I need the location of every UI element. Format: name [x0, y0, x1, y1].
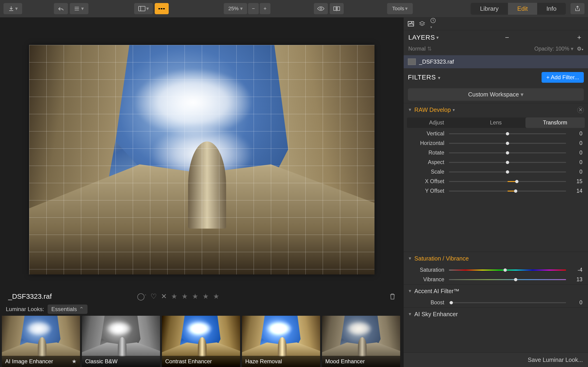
looks-category-dropdown[interactable]: Essentials⌃ [48, 305, 87, 314]
top-toolbar: ▾ ▾ ▾ 25%▾ − + Tools▾ Library Edit Info [0, 0, 588, 17]
raw-develop-section: ▼RAW Develop▾ ✕ Adjust Lens Transform Ve… [404, 103, 588, 252]
histogram-tab-icon[interactable] [408, 21, 414, 26]
raw-slider-aspect[interactable]: Aspect0 [404, 158, 588, 167]
star-3[interactable]: ★ [192, 292, 198, 300]
raw-slider-rotate[interactable]: Rotate0 [404, 148, 588, 158]
mode-tabs: Library Edit Info [471, 3, 566, 15]
library-tab[interactable]: Library [471, 3, 508, 15]
favorite-button[interactable]: ♡ [150, 292, 157, 300]
share-button[interactable] [571, 3, 585, 14]
preset-classic-bw[interactable]: Classic B&W [82, 316, 160, 367]
delete-button[interactable] [389, 293, 396, 300]
color-tag-button[interactable]: ◯ˆ [137, 292, 146, 300]
history-button[interactable]: ▾ [70, 3, 88, 14]
adjust-tab[interactable]: Adjust [407, 117, 466, 128]
layer-name: _DSF3323.raf [419, 58, 454, 65]
preset-haze-removal[interactable]: Haze Removal [242, 316, 320, 367]
raw-slider-horizontal[interactable]: Horizontal0 [404, 138, 588, 148]
lens-tab[interactable]: Lens [466, 117, 526, 128]
remove-raw-filter-button[interactable]: ✕ [577, 107, 584, 113]
filmstrip-toggle-button[interactable] [155, 3, 169, 14]
image-preview[interactable] [29, 45, 374, 275]
canvas-area: _DSF3323.raf ◯ˆ ♡ ✕ ★ ★ ★ ★ ★ Luminar Lo… [0, 17, 404, 367]
boost-slider[interactable]: Boost 0 [404, 298, 588, 307]
svg-rect-6 [161, 8, 162, 9]
sidebar-toggle-button[interactable]: ▾ [134, 3, 153, 14]
looks-label: Luminar Looks: [6, 306, 44, 312]
star-2[interactable]: ★ [182, 292, 188, 300]
transform-tab[interactable]: Transform [526, 117, 585, 128]
layer-item[interactable]: _DSF3323.raf [404, 55, 588, 68]
saturation-slider[interactable]: Saturation-4 [404, 265, 588, 275]
layers-tab-icon[interactable] [419, 21, 425, 26]
raw-slider-y-offset[interactable]: Y Offset14 [404, 186, 588, 196]
svg-rect-1 [75, 8, 79, 9]
edit-tab[interactable]: Edit [508, 3, 537, 15]
layer-thumbnail [408, 58, 416, 65]
zoom-level-button[interactable]: 25%▾ [224, 3, 247, 14]
satvib-header[interactable]: ▼Saturation / Vibrance [404, 252, 588, 265]
raw-develop-header[interactable]: ▼RAW Develop▾ ✕ [404, 103, 588, 117]
zoom-out-button[interactable]: − [248, 3, 259, 14]
canvas-viewport[interactable] [0, 17, 404, 288]
svg-rect-9 [334, 7, 336, 10]
add-filter-button[interactable]: + Add Filter... [542, 72, 584, 83]
svg-rect-10 [337, 7, 340, 10]
zoom-in-button[interactable]: + [260, 3, 270, 14]
save-look-button[interactable]: Save Luminar Look... [404, 352, 588, 367]
saturation-vibrance-section: ▼Saturation / Vibrance Saturation-4Vibra… [404, 252, 588, 284]
raw-slider-scale[interactable]: Scale0 [404, 167, 588, 177]
opacity-value[interactable]: 100% [556, 46, 569, 52]
blend-mode-dropdown[interactable]: Normal ⇅ [408, 46, 432, 52]
raw-slider-x-offset[interactable]: X Offset15 [404, 177, 588, 186]
favorite-preset-icon[interactable]: ★ [72, 358, 77, 365]
export-button[interactable]: ▾ [3, 3, 22, 14]
layer-gear-icon[interactable]: ⚙▾ [577, 46, 583, 52]
image-info-bar: _DSF3323.raf ◯ˆ ♡ ✕ ★ ★ ★ ★ ★ [0, 288, 404, 303]
preview-button[interactable] [314, 3, 328, 14]
accent-ai-section: ▼Accent AI Filter™ Boost 0 [404, 284, 588, 307]
svg-point-8 [320, 8, 322, 9]
accent-ai-header[interactable]: ▼Accent AI Filter™ [404, 284, 588, 298]
filename-label: _DSF3323.raf [8, 292, 52, 300]
compare-button[interactable] [330, 3, 344, 14]
layer-blend-row: Normal ⇅ Opacity: 100% ▾ ⚙▾ [404, 45, 588, 55]
preset-mood-enhancer[interactable]: Mood Enhancer [322, 316, 400, 367]
star-4[interactable]: ★ [203, 292, 209, 300]
tools-menu-button[interactable]: Tools▾ [387, 3, 413, 14]
workspace-dropdown[interactable]: Custom Workspace ▾ [408, 88, 584, 101]
zoom-group: 25%▾ − + [224, 3, 270, 14]
history-tab-icon[interactable]: ▾ [430, 18, 436, 30]
svg-rect-0 [75, 7, 79, 8]
vibrance-slider[interactable]: Vibrance13 [404, 275, 588, 284]
collapse-layers-button[interactable]: − [503, 33, 511, 42]
presets-strip: AI Image Enhancer★ Classic B&W Contrast … [0, 314, 404, 367]
svg-rect-2 [75, 10, 79, 10]
add-layer-button[interactable]: + [575, 33, 583, 42]
filters-panel-title[interactable]: FILTERS ▾ [408, 74, 441, 81]
preset-ai-image-enhancer[interactable]: AI Image Enhancer★ [2, 316, 80, 367]
raw-subtabs: Adjust Lens Transform [407, 117, 585, 128]
ai-sky-section: ▼AI Sky Enhancer [404, 307, 588, 321]
ai-sky-header[interactable]: ▼AI Sky Enhancer [404, 308, 588, 321]
raw-slider-vertical[interactable]: Vertical0 [404, 129, 588, 138]
svg-rect-3 [138, 6, 145, 11]
star-1[interactable]: ★ [171, 292, 177, 300]
layers-panel-header[interactable]: LAYERS▾ − + [404, 30, 588, 45]
svg-rect-5 [158, 8, 160, 9]
preset-contrast-enhancer[interactable]: Contrast Enhancer [162, 316, 240, 367]
info-tab[interactable]: Info [537, 3, 566, 15]
svg-rect-7 [163, 8, 165, 9]
sidebar-mode-tabs: ▾ [404, 17, 588, 30]
star-5[interactable]: ★ [213, 292, 219, 300]
undo-button[interactable] [54, 3, 68, 14]
reject-button[interactable]: ✕ [161, 292, 167, 300]
right-sidebar: ▾ LAYERS▾ − + Normal ⇅ Opacity: 100% ▾ ⚙… [404, 17, 588, 367]
looks-bar: Luminar Looks: Essentials⌃ [0, 303, 404, 314]
